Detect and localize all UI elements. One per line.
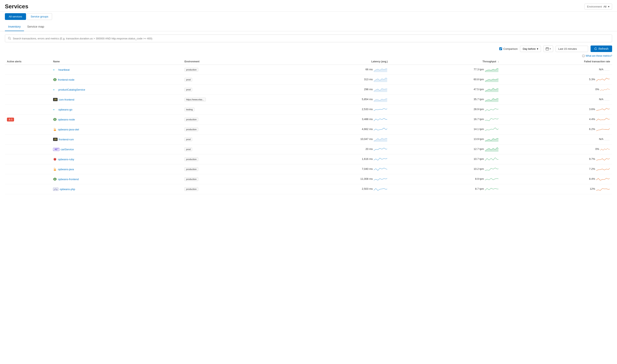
metrics-help-label[interactable]: What are these metrics? (586, 54, 612, 57)
service-name-link[interactable]: opbeans-java-otel (53, 128, 180, 131)
service-name-link[interactable]: Nfrontend-node (53, 78, 180, 81)
time-range-display: Last 15 minutes (556, 46, 588, 52)
latency-value: 313 ms (364, 78, 373, 81)
latency-cell: 20 ms (274, 144, 390, 154)
table-row[interactable]: .NETcartServiceprod20 ms 12.7 tpm 0% (5, 144, 612, 154)
calendar-icon (546, 47, 549, 50)
svg-line-1 (10, 39, 11, 40)
failrate-cell: 7.2% (501, 164, 612, 174)
throughput-cell: 10.2 tpm (390, 164, 501, 174)
na-sparkline (604, 97, 610, 102)
latency-cell: 1,616 ms (274, 154, 390, 164)
table-row[interactable]: opbeans-javaproduction7,040 ms 10.2 tpm … (5, 164, 612, 174)
name-cell: ∞productCatalogService (51, 85, 182, 95)
controls-row: Comparison Day before ▾ ▾ Last 15 minute… (0, 46, 617, 54)
java-icon (53, 167, 57, 171)
env-badge: production (184, 117, 198, 121)
service-name: opbeans-go (58, 108, 72, 111)
na-sparkline (604, 67, 610, 73)
service-name: opbeans-php (60, 188, 75, 191)
comparison-toggle[interactable]: Comparison (499, 47, 518, 50)
name-cell: JSfrontend-rum (51, 134, 182, 144)
table-row[interactable]: opbeans-java-otelproduction4,662 ms 14.1… (5, 125, 612, 134)
calendar-button[interactable]: ▾ (543, 46, 553, 52)
sparkline (485, 156, 499, 162)
table-row[interactable]: ∞productCatalogServiceprod298 ms 47.5 tp… (5, 85, 612, 95)
throughput-value: 47.5 tpm (474, 88, 484, 91)
main-tabs: All services Service groups (0, 12, 617, 20)
throughput-cell: 16.7 tpm (390, 115, 501, 125)
comparison-checkbox[interactable] (499, 47, 502, 50)
js-icon: JS (53, 138, 57, 141)
throughput-cell: 13.9 tpm (390, 134, 501, 144)
sparkline (373, 146, 388, 152)
env-cell: prod (182, 75, 273, 85)
env-badge: production (184, 68, 198, 72)
table-row[interactable]: phpopbeans-phpproduction2,503 ms 8.7 tpm… (5, 184, 612, 194)
go-icon: ∞ (53, 108, 57, 111)
svg-text:?: ? (583, 55, 584, 57)
service-groups-tab[interactable]: Service groups (27, 13, 52, 20)
table-row[interactable]: JSfrontend-rumprod10,047 ms 13.9 tpm N/A (5, 134, 612, 144)
service-name-link[interactable]: JSfrontend-rum (53, 138, 180, 141)
failrate-value: 0% (595, 147, 599, 151)
table-row[interactable]: ⚠ 1Nopbeans-nodeproduction3,488 ms 16.7 … (5, 115, 612, 125)
sparkline (373, 186, 388, 192)
sparkline (596, 117, 610, 122)
failrate-cell: N/A (501, 134, 612, 144)
latency-value: 2,533 ms (362, 108, 372, 111)
failrate-cell: 9.7% (501, 154, 612, 164)
service-name-link[interactable]: opbeans-java (53, 167, 180, 171)
service-name-link[interactable]: ∞opbeans-go (53, 108, 180, 111)
sparkline-filled (485, 136, 499, 142)
day-before-dropdown[interactable]: Day before ▾ (520, 46, 541, 52)
latency-value: 10,047 ms (360, 138, 373, 141)
sparkline-filled (485, 146, 499, 152)
service-name-link[interactable]: ∞productCatalogService (53, 88, 180, 91)
name-cell: opbeans-java-otel (51, 125, 182, 134)
sparkline (596, 127, 610, 132)
failrate-cell: 12% (501, 184, 612, 194)
sparkline-filled (373, 97, 388, 102)
refresh-button[interactable]: Refresh (590, 46, 612, 52)
failrate-cell: 0% (501, 144, 612, 154)
service-name-link[interactable]: JScom-frontend (53, 98, 180, 101)
svg-text:N: N (55, 79, 55, 80)
tab-inventory[interactable]: Inventory (5, 23, 24, 31)
service-name-link[interactable]: Nopbeans-node (53, 117, 180, 121)
env-badge: production (184, 187, 198, 191)
col-header-alerts: Active alerts (5, 58, 51, 65)
search-bar[interactable] (5, 35, 612, 42)
service-name-link[interactable]: ∞heartbeat (53, 68, 180, 71)
sparkline (485, 107, 499, 112)
search-input[interactable] (13, 37, 609, 40)
all-services-tab[interactable]: All services (5, 13, 26, 20)
table-row[interactable]: opbeans-rubyproduction1,616 ms 10.7 tpm … (5, 154, 612, 164)
environment-selector[interactable]: Environment All ▾ (584, 4, 612, 10)
services-table-container: Active alerts Name Environment Latency (… (0, 58, 617, 194)
env-cell: production (182, 65, 273, 75)
service-name-link[interactable]: opbeans-ruby (53, 157, 180, 161)
failrate-value: 6.2% (589, 128, 595, 130)
table-row[interactable]: Nfrontend-nodeprod313 ms 60.8 tpm 5.3% (5, 75, 612, 85)
throughput-cell: 12.7 tpm (390, 144, 501, 154)
throughput-cell: 8.7 tpm (390, 184, 501, 194)
table-row[interactable]: JScom-frontendhttps://www.elas...5,854 m… (5, 95, 612, 104)
throughput-cell: 35.7 tpm (390, 95, 501, 104)
nodejs-icon: N (53, 117, 57, 121)
table-row[interactable]: ∞opbeans-gotesting2,533 ms 28.9 tpm 3.6% (5, 104, 612, 115)
failrate-cell: N/A (501, 95, 612, 104)
alert-cell (5, 65, 51, 75)
service-name-link[interactable]: Nopbeans-frontend (53, 177, 180, 181)
table-row[interactable]: ∞heartbeatproduction66 ms 77.3 tpm N/A (5, 65, 612, 75)
table-row[interactable]: Nopbeans-frontendproduction11,008 ms 8.9… (5, 174, 612, 184)
svg-text:N: N (55, 179, 55, 180)
latency-value: 66 ms (365, 68, 372, 71)
service-name-link[interactable]: phpopbeans-php (53, 188, 180, 191)
throughput-value: 13.9 tpm (474, 138, 484, 141)
env-cell: production (182, 115, 273, 125)
tab-service-map[interactable]: Service map (24, 23, 47, 31)
latency-cell: 5,854 ms (274, 95, 390, 104)
service-name-link[interactable]: .NETcartService (53, 148, 180, 151)
net-icon: .NET (53, 148, 59, 151)
